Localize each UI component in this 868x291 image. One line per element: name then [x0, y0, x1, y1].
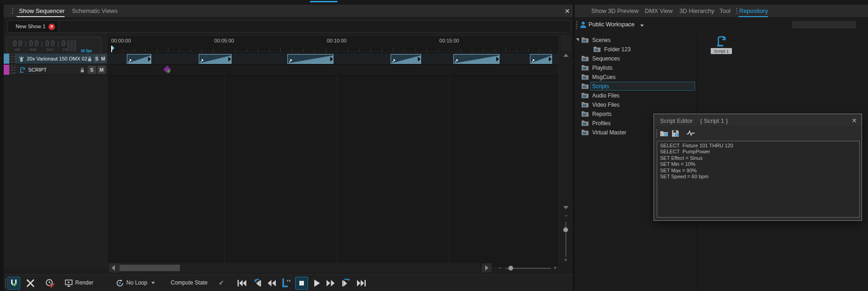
timeline-clip[interactable]: [391, 54, 421, 64]
tab-schematic-views[interactable]: Schematic Views: [72, 5, 118, 18]
application-window: Show Sequencer Schematic Views ✕ New Sho…: [0, 0, 868, 291]
validate-script-icon[interactable]: [686, 129, 696, 138]
timeline-clip[interactable]: [199, 54, 232, 64]
loop-mode-icon[interactable]: [116, 279, 124, 287]
clip-end-handle[interactable]: [418, 57, 421, 61]
ruler-tick: [348, 49, 348, 52]
play-button[interactable]: [313, 279, 321, 287]
clip-end-handle[interactable]: [496, 57, 499, 61]
tab-show-3d-preview[interactable]: Show 3D Preview: [591, 5, 639, 18]
scroll-up-icon[interactable]: [563, 54, 569, 57]
timeline-vertical-scrollbar[interactable]: − +: [560, 35, 572, 268]
script-editor-window[interactable]: Script Editor { Script 1 } ✕ SELECT Fixt: [654, 114, 862, 221]
panel-drag-handle[interactable]: [12, 7, 14, 15]
close-panel-button[interactable]: ✕: [565, 7, 570, 15]
track-lane-script[interactable]: [107, 65, 559, 76]
fast-forward-button[interactable]: [326, 279, 336, 287]
script-editor-titlebar[interactable]: Script Editor { Script 1 } ✕: [654, 114, 862, 127]
skip-to-end-button[interactable]: [356, 279, 366, 287]
timeline-clip[interactable]: [287, 54, 333, 64]
track-lane-fixtures[interactable]: [107, 53, 559, 65]
sidebar-item-video-files[interactable]: Video Files: [575, 100, 696, 109]
scroll-down-icon[interactable]: [563, 206, 569, 209]
scroll-right-button[interactable]: [482, 263, 492, 273]
tools-icon[interactable]: [26, 279, 35, 288]
solo-button[interactable]: S: [88, 66, 96, 74]
show-tab[interactable]: New Show 1 ✕: [7, 20, 59, 33]
sidebar-item-playlists[interactable]: Playlists: [575, 63, 696, 72]
chevron-down-icon[interactable]: [151, 282, 155, 284]
tab-show-sequencer[interactable]: Show Sequencer: [19, 5, 65, 18]
horizontal-scrollbar-thumb[interactable]: [119, 265, 180, 271]
track-drag-handle[interactable]: [9, 65, 15, 75]
vertical-zoom-out-button[interactable]: −: [565, 212, 568, 219]
sidebar-item-msgcues[interactable]: MsgCues: [575, 73, 696, 81]
save-script-button[interactable]: [671, 129, 680, 138]
vertical-zoom-slider-thumb[interactable]: [563, 227, 568, 232]
track-row[interactable]: SCRIPT S M: [4, 65, 107, 75]
timeline-clip[interactable]: [127, 54, 151, 64]
sidebar-item-sequences[interactable]: Sequences: [575, 54, 696, 63]
track-row[interactable]: 20x Varionaut 150 DMX 02 S M: [4, 54, 107, 64]
script-file-icon[interactable]: [715, 35, 727, 47]
timecode-display: 00:00:00:00 HR MIN SEC FR 30 fps: [6, 37, 101, 55]
track-drag-handle[interactable]: [9, 54, 15, 64]
mute-button[interactable]: M: [101, 55, 106, 63]
clip-end-handle[interactable]: [148, 57, 151, 61]
show-tab-strip: [7, 20, 571, 33]
sidebar-item-scenes[interactable]: Scenes: [575, 36, 696, 44]
snap-toggle-button[interactable]: [7, 277, 20, 290]
tab-drag-handle[interactable]: [736, 7, 738, 15]
tree-item-label: Scripts: [592, 83, 609, 90]
loop-mode-button[interactable]: No Loop: [126, 279, 147, 286]
script-editor-close-button[interactable]: ✕: [851, 117, 857, 124]
timeline-zoom-out-button[interactable]: −: [498, 265, 501, 271]
vertical-zoom-in-button[interactable]: +: [564, 257, 567, 263]
scroll-left-button[interactable]: [109, 263, 119, 273]
clip-end-handle[interactable]: [228, 57, 231, 61]
toolbar-drag-handle[interactable]: [5, 279, 7, 288]
timeline-clip[interactable]: [453, 54, 499, 64]
render-button[interactable]: Render: [75, 279, 93, 286]
timeline-zoom-slider-thumb[interactable]: [508, 266, 513, 271]
clip-end-handle[interactable]: [330, 57, 333, 61]
skip-to-start-button[interactable]: [237, 279, 247, 287]
solo-button[interactable]: S: [94, 55, 99, 63]
compute-state-button[interactable]: Compute State: [171, 279, 208, 286]
ruler-label: 00:05:00: [214, 38, 234, 43]
previous-cue-button[interactable]: [253, 278, 263, 287]
grid-line: [449, 47, 450, 267]
open-script-button[interactable]: [660, 129, 669, 138]
script-file-label[interactable]: Script 1: [711, 48, 732, 54]
workspace-filter-input[interactable]: [792, 21, 856, 28]
mute-button[interactable]: M: [97, 66, 106, 74]
timeline-zoom-in-button[interactable]: +: [553, 265, 557, 271]
workspace-drag-handle[interactable]: [576, 21, 578, 29]
clip-end-handle[interactable]: [549, 57, 552, 61]
ruler-tick: [460, 49, 461, 52]
next-cue-button[interactable]: [340, 278, 351, 287]
timeline-clip[interactable]: [530, 54, 552, 64]
sidebar-item-audio-files[interactable]: Audio Files: [575, 91, 696, 100]
sidebar-item-scripts[interactable]: Scripts: [575, 82, 696, 91]
scroll-right-icon: [485, 265, 488, 271]
folder-icon: [581, 83, 589, 91]
timeline-area[interactable]: 00:00:00 00:05:00 00:10:00 00:15:00: [107, 35, 559, 268]
tab-tool[interactable]: Tool: [719, 5, 731, 18]
toolbar-drag-handle[interactable]: [655, 129, 658, 138]
script-code-editor[interactable]: SELECT Fixture 101 THRU 120 SELECT PumpP…: [657, 141, 860, 218]
sidebar-item-folder-123[interactable]: Folder 123: [575, 45, 696, 54]
tab-repository[interactable]: Repository: [739, 5, 768, 18]
rewind-button[interactable]: [267, 279, 277, 287]
show-tab-close-icon[interactable]: ✕: [48, 24, 55, 30]
tab-3d-hierarchy[interactable]: 3D Hierarchy: [679, 5, 714, 18]
lock-icon[interactable]: [87, 56, 92, 62]
stop-button[interactable]: [295, 277, 308, 290]
timeline-ruler[interactable]: 00:00:00 00:05:00 00:10:00 00:15:00: [107, 36, 559, 52]
expander-icon[interactable]: [576, 38, 579, 41]
clock-check-icon[interactable]: [45, 279, 55, 289]
loop-range-marker-button[interactable]: [281, 278, 292, 288]
render-icon[interactable]: [65, 279, 73, 287]
tab-dmx-view[interactable]: DMX View: [645, 5, 672, 18]
lock-icon[interactable]: [78, 67, 86, 73]
